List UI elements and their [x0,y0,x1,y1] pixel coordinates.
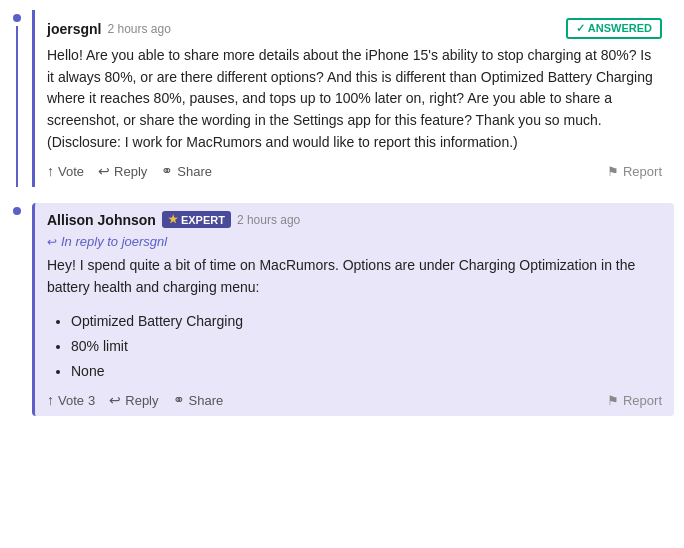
reply-to-icon: ↩ [47,235,57,249]
comment-body-1: Hello! Are you able to share more detail… [47,45,662,153]
comment-header-left-2: Allison Johnson ★ EXPERT 2 hours ago [47,211,300,228]
star-icon: ★ [168,213,178,226]
vote-icon-2: ↑ [47,392,54,408]
expert-label: EXPERT [181,214,225,226]
reply-button-2[interactable]: ↩ Reply [109,392,158,408]
vote-button-2[interactable]: ↑ Vote 3 [47,392,95,408]
share-label-2: Share [189,393,224,408]
comment-username-1: joersgnl [47,21,101,37]
comment-timestamp-2: 2 hours ago [237,213,300,227]
vote-count-2: 3 [88,393,95,408]
comment-card-2: Allison Johnson ★ EXPERT 2 hours ago ↩ I… [32,203,674,416]
share-icon-1: ⚭ [161,163,173,179]
reply-label-1: Reply [114,164,147,179]
share-icon-2: ⚭ [173,392,185,408]
actions-right-2: ⚑ Report [607,392,662,408]
report-button-1[interactable]: ⚑ Report [607,164,662,179]
list-item-2: 80% limit [71,334,662,359]
comment-actions-2: ↑ Vote 3 ↩ Reply ⚭ Share ⚑ Report [47,392,662,408]
reply-icon-2: ↩ [109,392,121,408]
comment-card-1: joersgnl 2 hours ago ✓ ANSWERED Hello! A… [32,10,674,187]
thread-indicator-1 [10,10,24,187]
flag-icon-2: ⚑ [607,393,619,408]
flag-icon-1: ⚑ [607,164,619,179]
reply-label-2: Reply [125,393,158,408]
comment-item-2: Allison Johnson ★ EXPERT 2 hours ago ↩ I… [10,203,674,416]
vote-icon-1: ↑ [47,163,54,179]
comment-header-2: Allison Johnson ★ EXPERT 2 hours ago [47,211,662,228]
report-label-2: Report [623,393,662,408]
list-item-3: None [71,359,662,384]
share-button-2[interactable]: ⚭ Share [173,392,224,408]
comment-body-2: Hey! I spend quite a bit of time on MacR… [47,255,662,298]
reply-icon-1: ↩ [98,163,110,179]
bullet-1 [13,14,21,22]
comment-item-1: joersgnl 2 hours ago ✓ ANSWERED Hello! A… [10,10,674,187]
comment-list-2: Optimized Battery Charging 80% limit Non… [47,309,662,385]
share-label-1: Share [177,164,212,179]
vote-button-1[interactable]: ↑ Vote [47,163,84,179]
comment-header-left-1: joersgnl 2 hours ago [47,21,171,37]
bullet-2 [13,207,21,215]
thread-line-1 [16,26,18,187]
actions-right-1: ⚑ Report [607,163,662,179]
vote-label-1: Vote [58,164,84,179]
vote-label-2: Vote [58,393,84,408]
comment-username-2: Allison Johnson [47,212,156,228]
answered-badge: ✓ ANSWERED [566,18,662,39]
report-label-1: Report [623,164,662,179]
comment-header-1: joersgnl 2 hours ago ✓ ANSWERED [47,18,662,39]
thread-indicator-2 [10,203,24,416]
reply-to-2: ↩ In reply to joersgnl [47,234,662,249]
comment-actions-1: ↑ Vote ↩ Reply ⚭ Share ⚑ Report [47,163,662,179]
report-button-2[interactable]: ⚑ Report [607,393,662,408]
list-item-1: Optimized Battery Charging [71,309,662,334]
reply-to-label: In reply to joersgnl [61,234,167,249]
comment-timestamp-1: 2 hours ago [107,22,170,36]
reply-button-1[interactable]: ↩ Reply [98,163,147,179]
expert-badge: ★ EXPERT [162,211,231,228]
share-button-1[interactable]: ⚭ Share [161,163,212,179]
